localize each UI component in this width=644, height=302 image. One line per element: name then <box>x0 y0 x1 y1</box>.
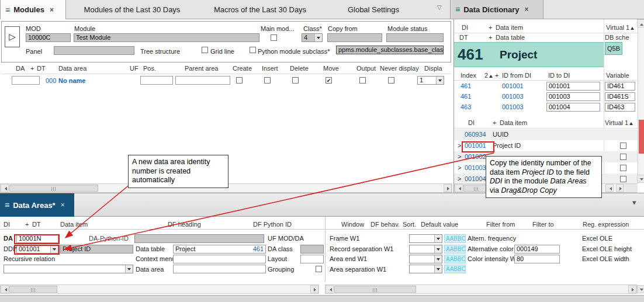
recursive-relation-select[interactable] <box>4 265 133 273</box>
col-header-window[interactable]: Window <box>341 221 364 228</box>
col-header-da[interactable]: DA <box>16 65 25 72</box>
col-header-output[interactable]: Output <box>356 65 376 72</box>
link-row[interactable]: 463 001003 001004 ID463 <box>454 102 638 113</box>
scrollbar-thumb[interactable] <box>9 185 98 192</box>
col-header-di[interactable]: DI <box>462 24 468 31</box>
scroll-up-button[interactable] <box>637 19 644 27</box>
expand-icon[interactable]: > <box>458 142 461 149</box>
menu-icon[interactable]: ≡ <box>5 5 10 15</box>
close-icon[interactable]: × <box>525 5 529 13</box>
virtual-checkbox[interactable] <box>620 165 626 171</box>
virtual-checkbox[interactable] <box>620 176 626 182</box>
data-areas-right-h-scrollbar[interactable] <box>325 284 637 294</box>
create-checkbox[interactable] <box>236 77 243 84</box>
scroll-down-button[interactable] <box>637 285 644 293</box>
module-status-field[interactable] <box>386 33 444 42</box>
scroll-left-button[interactable] <box>326 285 334 293</box>
dict-v-scrollbar[interactable] <box>638 19 644 183</box>
col-header-data-item[interactable]: Data item <box>500 119 527 126</box>
col-header-default-value[interactable]: Default value <box>421 221 458 228</box>
data-areas-left-h-scrollbar[interactable] <box>0 284 319 294</box>
da-python-id-field[interactable] <box>134 234 264 243</box>
module-name-field[interactable]: Test Module <box>74 33 259 42</box>
ddi-name-field[interactable]: Project ID <box>60 245 133 254</box>
link-row[interactable]: 461 001003 001003 ID461S <box>454 92 638 102</box>
col-header-create[interactable]: Create <box>233 65 252 72</box>
col-header-db-schema[interactable]: DB sche <box>605 34 629 41</box>
da-id-field[interactable]: 10001N <box>16 234 58 243</box>
col-header-df-behav[interactable]: DF behav. <box>371 221 400 228</box>
col-header-reg-expression[interactable]: Reg. expression <box>583 221 629 228</box>
dropdown-arrow-icon[interactable] <box>434 265 442 273</box>
variable-cell[interactable]: ID461S <box>605 92 635 101</box>
scroll-down-button[interactable] <box>637 175 644 183</box>
display-select[interactable]: 1 <box>417 76 444 85</box>
frame-w1-color-chip[interactable]: AABBCC <box>444 234 466 243</box>
col-header-display[interactable]: Displa <box>424 65 442 72</box>
tab-data-dictionary[interactable]: ≡ Data Dictionary × <box>450 0 543 19</box>
data-table-field[interactable]: Project461 <box>173 245 266 254</box>
area-separation-color-chip[interactable]: AABBCC <box>444 265 466 273</box>
col-header-df-python-id[interactable]: DF Python ID <box>253 221 292 228</box>
collapse-chevron-icon[interactable]: ▾ <box>632 198 636 207</box>
expand-icon[interactable]: > <box>458 175 461 182</box>
id-to-cell[interactable]: 001004 <box>546 103 600 112</box>
col-header-uf[interactable]: UF <box>130 65 139 72</box>
copy-from-field[interactable] <box>327 33 382 42</box>
col-header-data-area[interactable]: Data area <box>58 65 86 72</box>
col-header-data-item[interactable]: Data item <box>496 24 523 31</box>
tab-overflow-icon[interactable]: ▽ <box>437 4 442 11</box>
insert-checkbox[interactable] <box>264 77 271 84</box>
grouping-checkbox[interactable] <box>316 266 322 272</box>
expand-all-icon[interactable]: + <box>493 119 496 126</box>
selected-data-table-row[interactable]: 461 Project <box>454 42 604 67</box>
scroll-left-button[interactable] <box>605 184 614 192</box>
virtual-checkbox[interactable] <box>620 143 626 149</box>
run-module-button[interactable]: ▷ <box>5 26 20 47</box>
dropdown-arrow-icon[interactable] <box>434 245 442 253</box>
expand-all-icon[interactable]: + <box>495 72 498 79</box>
col-header-virtual[interactable]: Virtual 1 <box>605 119 633 126</box>
virtual-checkbox[interactable] <box>620 154 626 160</box>
dropdown-arrow-icon[interactable] <box>50 245 58 253</box>
scrollbar-thumb[interactable] <box>9 286 57 293</box>
col-header-parent-area[interactable]: Parent area <box>185 65 218 72</box>
python-subclass-checkbox[interactable] <box>250 47 256 53</box>
dropdown-arrow-icon[interactable] <box>434 235 442 242</box>
expand-all-icon[interactable]: + <box>25 221 29 228</box>
data-area-row[interactable]: 000 No name ✔ 1 <box>0 75 453 86</box>
id-to-cell[interactable]: 001003 <box>546 92 600 101</box>
close-icon[interactable]: × <box>50 6 54 14</box>
col-header-pos[interactable]: Pos. <box>143 65 156 72</box>
col-header-variable[interactable]: Variable <box>606 72 629 79</box>
layout-field[interactable] <box>300 255 324 263</box>
area-separation-w1-select[interactable] <box>409 265 442 273</box>
tab-data-areas[interactable]: ≡ Data Areas* × <box>0 193 74 217</box>
col-header-data-item[interactable]: Data item <box>60 221 88 228</box>
col-header-sort[interactable]: Sort. <box>403 221 416 228</box>
move-checkbox[interactable]: ✔ <box>326 77 332 84</box>
python-subclass-field[interactable]: ppms.module_subclasses.base_clas <box>336 46 444 54</box>
area-end-w1-select[interactable] <box>409 255 442 263</box>
link-row[interactable]: 461 001001 001001 ID461 <box>454 81 638 92</box>
col-header-never-display[interactable]: Never display <box>380 65 419 72</box>
dropdown-arrow-icon[interactable] <box>314 34 322 41</box>
col-header-di[interactable]: DI <box>4 221 10 228</box>
scroll-left-button[interactable] <box>1 285 9 293</box>
scroll-left-button[interactable] <box>455 184 463 192</box>
data-area-field[interactable] <box>173 265 266 273</box>
never-display-checkbox[interactable] <box>388 77 394 84</box>
variable-cell[interactable]: ID461 <box>605 82 635 91</box>
dropdown-arrow-icon[interactable] <box>436 77 444 84</box>
col-header-move[interactable]: Move <box>323 65 339 72</box>
close-icon[interactable]: × <box>61 201 65 209</box>
area-end-color-chip[interactable]: AABBCC <box>444 255 466 263</box>
frame-w1-select[interactable] <box>409 234 442 243</box>
class-select[interactable]: 4 <box>302 33 323 42</box>
scroll-left-button[interactable] <box>1 184 9 192</box>
delete-checkbox[interactable] <box>292 77 299 84</box>
pos-cell-field[interactable] <box>140 76 173 85</box>
record-separation-color-chip[interactable]: AABBCC <box>444 245 466 254</box>
scroll-right-button[interactable] <box>310 285 318 293</box>
grid-line-checkbox[interactable] <box>202 47 208 53</box>
